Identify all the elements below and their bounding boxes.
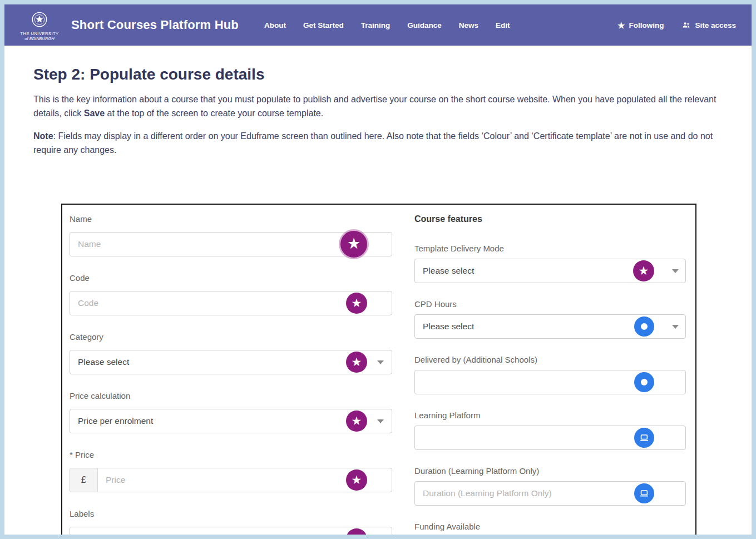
labels-input-wrap: ★ <box>70 527 392 535</box>
cpd-hours-field: CPD Hours Please select <box>414 299 686 339</box>
category-label: Category <box>70 332 392 343</box>
learning-platform-field: Learning Platform <box>414 410 686 450</box>
price-calculation-label: Price calculation <box>70 390 392 402</box>
category-select-value: Please select <box>70 357 129 367</box>
logo-text-line1: THE UNIVERSITY <box>20 31 58 36</box>
course-details-form-panel: Name ★ Code ★ Category Pl <box>61 204 696 535</box>
note-text: : Fields may display in a different orde… <box>33 131 713 155</box>
university-crest-icon <box>28 9 51 31</box>
laptop-badge-icon <box>634 483 654 503</box>
header-actions: ★ Following Site access <box>617 21 736 29</box>
chevron-down-icon <box>377 419 384 423</box>
following-label: Following <box>629 21 664 29</box>
delivered-by-input-wrap <box>414 370 686 394</box>
template-delivery-mode-select-value: Please select <box>415 266 474 276</box>
duration-input-wrap <box>414 481 686 506</box>
learning-platform-input-wrap <box>414 426 686 450</box>
main-content: Step 2: Populate course details This is … <box>4 66 752 535</box>
price-calculation-field: Price calculation Price per enrolment ★ <box>70 390 392 433</box>
page: THE UNIVERSITY of EDINBURGH Short Course… <box>4 4 752 535</box>
screenshot-frame: THE UNIVERSITY of EDINBURGH Short Course… <box>0 0 756 539</box>
form-right-column: Course features Template Delivery Mode P… <box>414 214 686 535</box>
people-icon <box>681 21 691 29</box>
price-calculation-select[interactable]: Price per enrolment ★ <box>70 409 392 433</box>
blue-dot-badge-icon <box>634 317 654 337</box>
note-keyword: Note <box>33 131 53 141</box>
nav-item-training[interactable]: Training <box>361 21 391 29</box>
code-label: Code <box>70 273 392 284</box>
form-left-column: Name ★ Code ★ Category Pl <box>70 214 392 535</box>
template-delivery-mode-select[interactable]: Please select ★ <box>414 259 686 283</box>
labels-field: Labels ★ <box>70 508 392 535</box>
nav-item-news[interactable]: News <box>459 21 478 29</box>
required-star-badge-icon: ★ <box>346 469 367 491</box>
intro-save-keyword: Save <box>84 108 105 118</box>
following-star-icon: ★ <box>617 21 625 29</box>
delivered-by-label: Delivered by (Additional Schools) <box>414 354 686 365</box>
intro-paragraph: This is the key information about a cour… <box>33 92 723 120</box>
laptop-badge-icon <box>634 428 654 448</box>
chevron-down-icon <box>672 269 679 273</box>
blue-dot-badge-icon <box>634 372 654 392</box>
nav-item-get-started[interactable]: Get Started <box>303 21 344 29</box>
learning-platform-label: Learning Platform <box>414 410 686 421</box>
category-field: Category Please select ★ <box>70 332 392 374</box>
required-star-badge-icon: ★ <box>633 260 654 281</box>
code-field: Code ★ <box>70 273 392 315</box>
name-field: Name ★ <box>70 214 392 256</box>
cpd-hours-select-value: Please select <box>415 322 474 332</box>
price-label: * Price <box>70 449 392 461</box>
site-access-label: Site access <box>695 21 736 29</box>
university-logo[interactable]: THE UNIVERSITY of EDINBURGH <box>16 9 63 41</box>
page-title: Step 2: Populate course details <box>33 66 723 83</box>
required-star-badge-icon: ★ <box>346 352 367 373</box>
labels-label: Labels <box>70 508 392 520</box>
funding-available-field: Funding Available <box>414 521 686 535</box>
code-input-wrap: ★ <box>70 291 392 315</box>
laptop-icon <box>639 488 650 499</box>
price-calculation-select-value: Price per enrolment <box>70 416 153 426</box>
logo-text-line2: of EDINBURGH <box>24 36 54 41</box>
code-input[interactable] <box>70 291 392 315</box>
cpd-hours-label: CPD Hours <box>414 299 686 310</box>
nav-item-guidance[interactable]: Guidance <box>407 21 442 29</box>
duration-label: Duration (Learning Platform Only) <box>414 466 686 477</box>
currency-prefix: £ <box>70 468 98 492</box>
site-header: THE UNIVERSITY of EDINBURGH Short Course… <box>4 4 752 46</box>
chevron-down-icon <box>377 360 384 364</box>
funding-available-label: Funding Available <box>414 521 686 532</box>
site-access-button[interactable]: Site access <box>681 21 736 29</box>
course-features-header: Course features <box>414 214 686 225</box>
template-delivery-mode-label: Template Delivery Mode <box>414 243 686 254</box>
template-delivery-mode-field: Template Delivery Mode Please select ★ <box>414 243 686 283</box>
intro-text-2: at the top of the screen to create your … <box>105 108 323 118</box>
price-input-wrap: £ ★ <box>70 468 392 492</box>
nav-item-edit[interactable]: Edit <box>496 21 510 29</box>
required-star-badge-icon: ★ <box>346 293 367 314</box>
required-star-badge-icon: ★ <box>346 411 367 432</box>
cpd-hours-select[interactable]: Please select <box>414 314 686 339</box>
nav-item-about[interactable]: About <box>264 21 286 29</box>
name-input-wrap: ★ <box>70 232 392 256</box>
labels-input[interactable] <box>70 527 392 535</box>
chevron-down-icon <box>672 325 679 329</box>
category-select[interactable]: Please select ★ <box>70 350 392 374</box>
delivered-by-field: Delivered by (Additional Schools) <box>414 354 686 394</box>
site-title[interactable]: Short Courses Platform Hub <box>71 18 239 32</box>
laptop-icon <box>639 432 650 443</box>
following-button[interactable]: ★ Following <box>617 21 664 29</box>
duration-field: Duration (Learning Platform Only) <box>414 466 686 506</box>
note-paragraph: Note: Fields may display in a different … <box>33 129 723 157</box>
top-nav: About Get Started Training Guidance News… <box>264 21 510 29</box>
name-label: Name <box>70 214 392 225</box>
price-field: * Price £ ★ <box>70 449 392 492</box>
required-star-badge-icon: ★ <box>340 231 367 258</box>
